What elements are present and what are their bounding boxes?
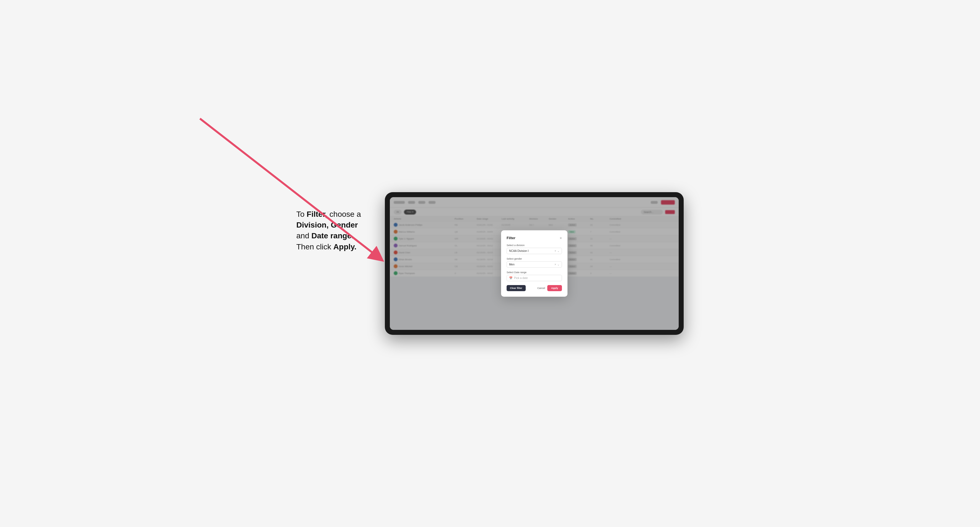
- bold-date-range: Date range.: [312, 232, 354, 240]
- apply-button[interactable]: Apply: [547, 285, 562, 291]
- date-range-input[interactable]: 📅 Pick a date: [507, 275, 562, 281]
- page-wrapper: To Filter, choose a Division, Gender and…: [296, 192, 684, 335]
- tablet-frame: All Filter ▾ Search... Athlete Position …: [385, 192, 684, 335]
- modal-title: Filter: [507, 236, 515, 240]
- bold-filter: Filter,: [307, 210, 327, 218]
- cancel-button[interactable]: Cancel: [537, 287, 545, 289]
- division-select[interactable]: NCAA Division I × ⌄: [507, 248, 562, 254]
- tablet-screen: All Filter ▾ Search... Athlete Position …: [390, 197, 679, 330]
- clear-filter-button[interactable]: Clear filter: [507, 285, 526, 291]
- gender-field: Select gender Men × ⌄: [507, 257, 562, 268]
- bold-apply: Apply.: [333, 243, 356, 251]
- modal-overlay: Filter × Select a division NCAA Division…: [390, 197, 679, 330]
- date-range-field: Select Date range 📅 Pick a date: [507, 271, 562, 281]
- calendar-icon: 📅: [509, 276, 512, 279]
- division-label: Select a division: [507, 244, 562, 247]
- gender-clear-icon[interactable]: ×: [554, 263, 556, 266]
- gender-value: Men: [509, 263, 554, 266]
- division-value: NCAA Division I: [509, 249, 554, 252]
- close-button[interactable]: ×: [560, 236, 562, 240]
- date-placeholder: Pick a date: [514, 276, 528, 279]
- modal-header: Filter ×: [507, 236, 562, 240]
- gender-arrow-icon: ⌄: [557, 263, 560, 266]
- gender-label: Select gender: [507, 257, 562, 260]
- filter-modal: Filter × Select a division NCAA Division…: [501, 230, 568, 297]
- modal-footer: Clear filter Cancel Apply: [507, 285, 562, 291]
- instruction-text: To Filter, choose a Division, Gender and…: [296, 192, 374, 252]
- division-clear-icon[interactable]: ×: [554, 249, 556, 252]
- bold-division-gender: Division, Gender: [296, 221, 358, 229]
- division-arrow-icon: ⌄: [557, 249, 560, 252]
- gender-select[interactable]: Men × ⌄: [507, 261, 562, 268]
- division-field: Select a division NCAA Division I × ⌄: [507, 244, 562, 254]
- date-range-label: Select Date range: [507, 271, 562, 274]
